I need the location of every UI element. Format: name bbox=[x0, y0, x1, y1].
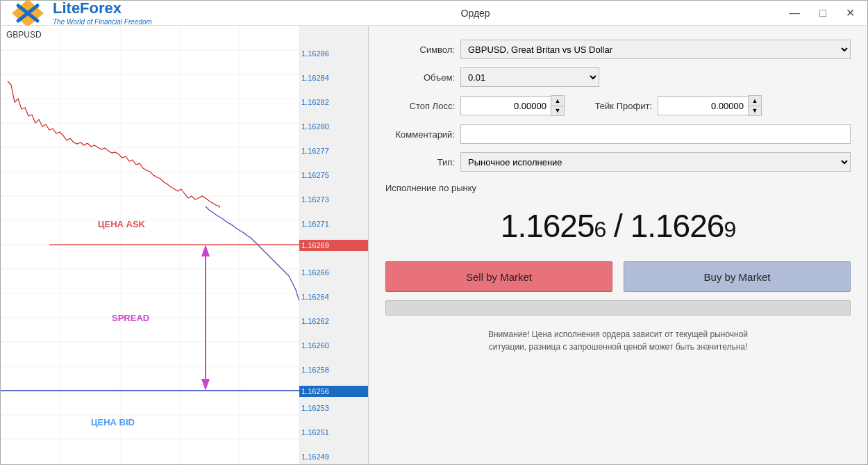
takeprofit-group: Тейк Профит: 0.00000 ▲ ▼ bbox=[576, 95, 762, 116]
svg-text:1.16273: 1.16273 bbox=[301, 195, 329, 204]
chart-panel: GBPUSD bbox=[1, 26, 369, 464]
logo-text: LiteForex bbox=[53, 0, 152, 18]
execution-label: Исполнение по рынку bbox=[385, 183, 851, 193]
volume-label: Объем: bbox=[385, 72, 455, 83]
ask-price-main: 1.1626 bbox=[631, 208, 724, 244]
svg-text:ЦЕНА BID: ЦЕНА BID bbox=[91, 417, 135, 427]
comment-label: Комментарий: bbox=[385, 129, 455, 140]
volume-row: Объем: 0.01 bbox=[385, 67, 851, 87]
progress-bar bbox=[385, 300, 851, 316]
svg-text:1.16284: 1.16284 bbox=[301, 74, 329, 82]
order-form-panel: Символ: GBPUSD, Great Britan vs US Dolla… bbox=[369, 26, 867, 464]
stoploss-takeprofit-row: Стоп Лосс: 0.00000 ▲ ▼ Тейк Профит: 0.00… bbox=[385, 95, 851, 116]
svg-text:1.16260: 1.16260 bbox=[301, 341, 329, 350]
chart-symbol: GBPUSD bbox=[6, 30, 42, 40]
takeprofit-spinner: 0.00000 ▲ ▼ bbox=[658, 95, 762, 116]
takeprofit-down-btn[interactable]: ▼ bbox=[749, 106, 761, 115]
bid-price-main: 1.1625 bbox=[501, 208, 594, 244]
svg-text:1.16258: 1.16258 bbox=[301, 366, 329, 374]
price-separator: / bbox=[614, 208, 631, 244]
close-button[interactable]: ✕ bbox=[842, 6, 859, 20]
svg-text:1.16264: 1.16264 bbox=[301, 293, 329, 301]
titlebar: LiteForex The World of Financial Freedom… bbox=[1, 1, 867, 26]
price-chart: 1.16269 1.16256 ЦЕНА ASK ЦЕНА BID SPREAD… bbox=[1, 26, 369, 464]
svg-text:1.16262: 1.16262 bbox=[301, 317, 329, 325]
svg-text:1.16277: 1.16277 bbox=[301, 147, 329, 155]
svg-text:1.16256: 1.16256 bbox=[301, 387, 329, 395]
volume-select[interactable]: 0.01 bbox=[460, 67, 599, 87]
svg-text:1.16253: 1.16253 bbox=[301, 404, 329, 412]
sell-by-market-button[interactable]: Sell by Market bbox=[385, 261, 612, 292]
type-select[interactable]: Рыночное исполнение bbox=[460, 152, 851, 172]
svg-text:1.16282: 1.16282 bbox=[301, 98, 329, 106]
svg-text:1.16251: 1.16251 bbox=[301, 428, 329, 437]
main-window: LiteForex The World of Financial Freedom… bbox=[0, 0, 868, 465]
svg-text:1.16271: 1.16271 bbox=[301, 220, 329, 228]
stoploss-down-btn[interactable]: ▼ bbox=[551, 106, 564, 115]
action-buttons: Sell by Market Buy by Market bbox=[385, 261, 851, 292]
svg-text:ЦЕНА ASK: ЦЕНА ASK bbox=[98, 219, 146, 229]
type-label: Тип: bbox=[385, 157, 455, 168]
buy-by-market-button[interactable]: Buy by Market bbox=[624, 261, 851, 292]
comment-input[interactable] bbox=[460, 124, 851, 144]
comment-row: Комментарий: bbox=[385, 124, 851, 144]
ask-price-last: 9 bbox=[724, 217, 735, 242]
svg-text:SPREAD: SPREAD bbox=[112, 313, 149, 323]
svg-text:1.16275: 1.16275 bbox=[301, 171, 329, 179]
bid-price-last: 6 bbox=[594, 217, 606, 242]
window-controls: — □ ✕ bbox=[785, 6, 859, 20]
stoploss-spinner: 0.00000 ▲ ▼ bbox=[460, 95, 565, 116]
symbol-label: Символ: bbox=[385, 44, 455, 55]
takeprofit-input[interactable]: 0.00000 bbox=[658, 96, 748, 115]
price-display: 1.16256 / 1.16269 bbox=[385, 207, 851, 245]
symbol-select[interactable]: GBPUSD, Great Britan vs US Dollar bbox=[460, 40, 851, 59]
stoploss-label: Стоп Лосс: bbox=[385, 101, 455, 111]
svg-text:1.16280: 1.16280 bbox=[301, 122, 329, 131]
stoploss-up-btn[interactable]: ▲ bbox=[551, 96, 564, 106]
type-row: Тип: Рыночное исполнение bbox=[385, 152, 851, 172]
svg-text:1.16269: 1.16269 bbox=[301, 241, 329, 250]
symbol-row: Символ: GBPUSD, Great Britan vs US Dolla… bbox=[385, 40, 851, 59]
stoploss-group: Стоп Лосс: 0.00000 ▲ ▼ bbox=[385, 95, 565, 116]
svg-text:1.16286: 1.16286 bbox=[301, 49, 329, 58]
takeprofit-label: Тейк Профит: bbox=[576, 101, 652, 111]
takeprofit-up-btn[interactable]: ▲ bbox=[749, 96, 761, 106]
main-content: GBPUSD bbox=[1, 26, 867, 464]
stoploss-spinner-btns: ▲ ▼ bbox=[551, 95, 565, 116]
logo-tagline: The World of Financial Freedom bbox=[53, 18, 152, 26]
svg-text:1.16249: 1.16249 bbox=[301, 452, 329, 461]
minimize-button[interactable]: — bbox=[785, 6, 804, 20]
maximize-button[interactable]: □ bbox=[815, 6, 831, 20]
stoploss-input[interactable]: 0.00000 bbox=[460, 96, 551, 115]
window-title: Ордер bbox=[461, 8, 490, 19]
takeprofit-spinner-btns: ▲ ▼ bbox=[748, 95, 762, 116]
warning-text: Внимание! Цена исполнения ордера зависит… bbox=[385, 328, 851, 353]
svg-text:1.16266: 1.16266 bbox=[301, 268, 329, 277]
